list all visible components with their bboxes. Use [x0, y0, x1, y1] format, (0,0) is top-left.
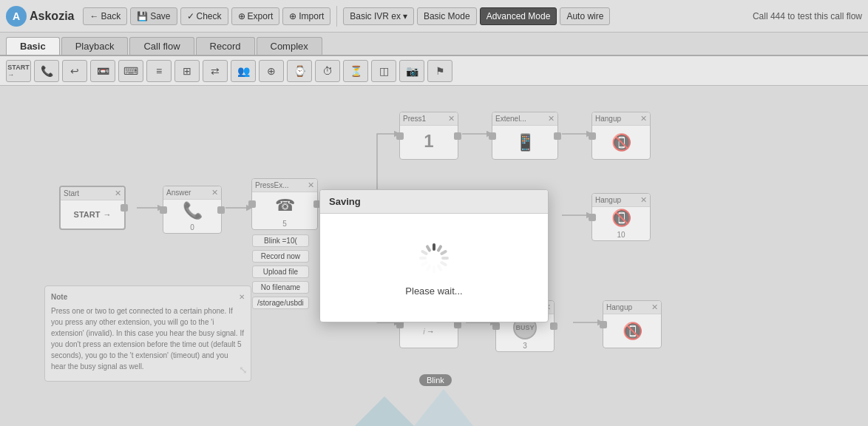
tab-callflow[interactable]: Call flow	[129, 37, 194, 55]
tab-complex[interactable]: Complex	[257, 37, 322, 55]
menu-icon-btn[interactable]: ≡	[146, 60, 172, 82]
logo-icon: A	[6, 6, 27, 27]
svg-rect-14	[425, 263, 431, 271]
hangup-icon-btn[interactable]: ↩	[62, 60, 87, 82]
group-icon-btn[interactable]: 👥	[231, 60, 256, 82]
svg-rect-8	[436, 244, 442, 252]
saving-title: Saving	[329, 196, 361, 207]
dropdown-label: Basic IVR ex	[350, 11, 401, 21]
grid-icon-btn[interactable]: ⊞	[174, 60, 200, 82]
import-button[interactable]: ⊕ Import	[282, 7, 330, 25]
back-button[interactable]: ← Back	[83, 7, 127, 25]
app-logo: A Askozia	[6, 6, 74, 27]
svg-rect-16	[419, 257, 427, 260]
export-icon: ⊕	[238, 11, 245, 21]
save-icon: 💾	[137, 11, 148, 21]
record-icon-btn[interactable]: ⊕	[259, 60, 284, 82]
call-test-text: Call 444 to test this call flow	[753, 11, 862, 21]
voicemail-icon-btn[interactable]: 📼	[90, 60, 115, 82]
camera-icon-btn[interactable]: 📷	[399, 60, 424, 82]
saving-modal-body: Please wait...	[320, 214, 548, 322]
svg-rect-10	[441, 257, 449, 260]
ivr-dropdown[interactable]: Basic IVR ex ▾	[343, 7, 414, 25]
saving-modal-header: Saving	[320, 190, 548, 214]
tab-playback[interactable]: Playback	[61, 37, 129, 55]
hourglass-icon-btn[interactable]: ⏳	[343, 60, 368, 82]
svg-rect-12	[436, 263, 442, 271]
svg-rect-18	[425, 244, 431, 252]
import-icon: ⊕	[289, 11, 296, 21]
svg-rect-9	[440, 249, 448, 255]
icon-toolbar: START→ 📞 ↩ 📼 ⌨ ≡ ⊞ ⇄ 👥 ⊕ ⌚ ⏱ ⏳ ◫ 📷 ⚑	[0, 56, 868, 86]
please-wait-text: Please wait...	[405, 285, 462, 297]
back-arrow-icon: ←	[89, 11, 98, 21]
svg-rect-15	[421, 260, 429, 266]
svg-rect-11	[440, 260, 448, 266]
flag-icon-btn[interactable]: ⚑	[427, 60, 452, 82]
svg-rect-17	[421, 249, 429, 255]
check-icon: ✓	[187, 11, 194, 21]
transfer-icon-btn[interactable]: ⇄	[203, 60, 228, 82]
svg-rect-13	[433, 266, 435, 273]
box-icon-btn[interactable]: ◫	[371, 60, 396, 82]
logo-text: Askozia	[30, 10, 74, 23]
saving-modal: Saving	[319, 189, 549, 322]
clock-icon-btn[interactable]: ⌚	[287, 60, 312, 82]
export-button[interactable]: ⊕ Export	[231, 7, 280, 25]
dropdown-arrow-icon: ▾	[403, 11, 407, 21]
loading-spinner	[416, 240, 452, 277]
phone-icon-btn[interactable]: 📞	[34, 60, 59, 82]
toolbar-separator-1	[336, 6, 337, 27]
check-button[interactable]: ✓ Check	[180, 7, 228, 25]
main-toolbar: A Askozia ← Back 💾 Save ✓ Check ⊕ Export…	[0, 0, 868, 33]
save-button[interactable]: 💾 Save	[130, 7, 177, 25]
basic-mode-button[interactable]: Basic Mode	[417, 7, 477, 25]
advanced-mode-button[interactable]: Advanced Mode	[480, 7, 557, 25]
svg-rect-7	[433, 243, 435, 251]
tab-record[interactable]: Record	[196, 37, 255, 55]
keypad-icon-btn[interactable]: ⌨	[118, 60, 143, 82]
start-icon-btn[interactable]: START→	[6, 60, 31, 82]
tab-basic[interactable]: Basic	[6, 37, 60, 55]
timer-icon-btn[interactable]: ⏱	[315, 60, 340, 82]
saving-modal-overlay: Saving	[0, 86, 868, 426]
flow-canvas: Start ✕ START → Answer ✕ 📞 0 PressEx... …	[0, 86, 868, 426]
auto-wire-button[interactable]: Auto wire	[560, 7, 610, 25]
tab-bar: Basic Playback Call flow Record Complex	[0, 33, 868, 56]
